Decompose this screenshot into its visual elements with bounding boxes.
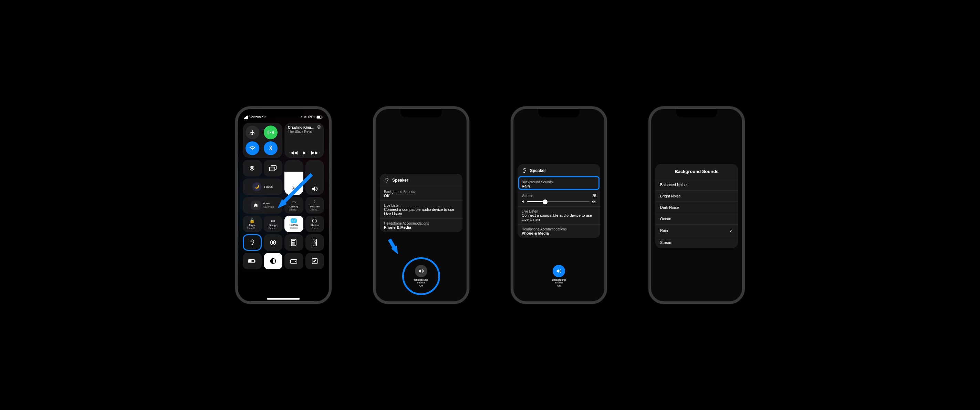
track-artist: The Black Keys — [288, 130, 321, 134]
svg-point-14 — [292, 242, 293, 243]
wifi-button[interactable] — [245, 141, 259, 155]
hearing-panel: Speaker Background Sounds Off Live Liste… — [380, 174, 463, 232]
output-device: Speaker — [392, 178, 408, 183]
headphone-accommodations-row[interactable]: Headphone Accommodations Phone & Media — [517, 224, 600, 238]
wifi-icon — [262, 116, 266, 119]
carrier-label: Verizon — [249, 115, 261, 119]
sound-option-stream[interactable]: Stream — [655, 237, 738, 248]
background-sounds-list: Background Sounds Balanced Noise Bright … — [655, 164, 738, 248]
ear-icon — [384, 177, 390, 183]
svg-point-17 — [292, 243, 293, 244]
remote-button[interactable] — [305, 234, 325, 251]
live-listen-row: Live Listen Connect a compatible audio d… — [517, 206, 600, 224]
quick-note-button[interactable] — [305, 253, 325, 269]
svg-point-4 — [270, 132, 271, 133]
svg-point-24 — [314, 240, 315, 241]
accessory-kitchen[interactable]: ◯KitchenCans — [305, 216, 325, 232]
sound-option-bright-noise[interactable]: Bright Noise — [655, 190, 738, 201]
svg-point-27 — [314, 243, 314, 244]
airplane-mode-button[interactable] — [245, 125, 259, 139]
background-sounds-row[interactable]: Background Sounds Off — [380, 187, 463, 201]
cellular-data-button[interactable] — [264, 125, 278, 139]
svg-point-11 — [272, 241, 274, 244]
sound-option-rain[interactable]: Rain✓ — [655, 224, 738, 237]
svg-point-36 — [295, 261, 296, 262]
previous-icon[interactable]: ◀◀ — [291, 150, 298, 155]
svg-rect-35 — [291, 260, 297, 263]
svg-rect-13 — [292, 240, 296, 241]
svg-rect-32 — [255, 260, 256, 262]
svg-point-26 — [315, 242, 316, 243]
annotation-circle — [402, 257, 440, 295]
play-icon[interactable]: ▶ — [303, 150, 306, 155]
svg-point-19 — [294, 243, 295, 244]
volume-slider[interactable] — [527, 201, 590, 202]
check-icon: ✓ — [729, 228, 733, 233]
headphone-accommodations-row[interactable]: Headphone Accommodations Phone & Media — [380, 218, 463, 232]
svg-point-18 — [293, 243, 294, 244]
volume-low-icon — [522, 200, 525, 203]
calculator-button[interactable] — [285, 234, 303, 251]
focus-label: Focus — [264, 185, 273, 188]
dark-mode-button[interactable] — [264, 253, 283, 269]
wallet-button[interactable] — [285, 253, 303, 269]
ear-icon — [522, 168, 527, 174]
svg-point-20 — [292, 244, 293, 245]
svg-rect-7 — [251, 167, 253, 169]
sound-option-ocean[interactable]: Ocean — [655, 213, 738, 224]
list-title: Background Sounds — [655, 164, 738, 179]
svg-point-16 — [294, 242, 295, 243]
svg-point-25 — [314, 242, 314, 243]
focus-icon: 🌙 — [252, 182, 261, 191]
hearing-panel: Speaker Background Sounds Rain Volume 25… — [517, 164, 600, 238]
annotation-arrow — [391, 245, 401, 256]
bluetooth-button[interactable] — [264, 141, 278, 155]
sound-option-dark-noise[interactable]: Dark Noise — [655, 201, 738, 213]
svg-rect-9 — [270, 167, 275, 171]
accessory-hallway[interactable]: 74°Hallwayecobee — [285, 216, 303, 232]
next-icon[interactable]: ▶▶ — [311, 150, 318, 155]
low-power-button[interactable] — [243, 253, 262, 269]
phone-hearing-off: Speaker Background Sounds Off Live Liste… — [373, 106, 469, 304]
phone-control-center: Verizon 69% Crawling King… The Black Key… — [235, 106, 332, 304]
svg-point-15 — [293, 242, 294, 243]
airplay-icon[interactable] — [317, 125, 321, 129]
background-sounds-toggle[interactable]: Background SoundsOn — [552, 265, 566, 288]
svg-point-29 — [314, 244, 314, 245]
home-indicator[interactable] — [267, 298, 300, 299]
screen-record-button[interactable] — [264, 234, 283, 251]
location-icon — [299, 116, 302, 119]
speaker-icon — [553, 265, 565, 277]
live-listen-row: Live Listen Connect a compatible audio d… — [380, 201, 463, 218]
svg-point-28 — [315, 243, 316, 244]
orientation-lock-button[interactable] — [243, 160, 262, 176]
svg-point-30 — [315, 244, 316, 245]
background-sounds-volume-row[interactable]: Volume 25 — [517, 191, 600, 206]
home-icon — [251, 201, 261, 210]
output-device: Speaker — [530, 168, 546, 173]
sound-option-balanced-noise[interactable]: Balanced Noise — [655, 179, 738, 190]
status-bar: Verizon 69% — [241, 112, 326, 121]
signal-icon — [244, 116, 248, 119]
accessory-bedroom[interactable]: ⌇BedroomCeiling… — [305, 197, 325, 214]
svg-point-21 — [293, 244, 294, 245]
accessory-foyer[interactable]: 🔒FoyerFront D… — [243, 216, 262, 232]
hearing-button[interactable] — [243, 234, 262, 251]
svg-rect-33 — [249, 260, 252, 262]
svg-point-22 — [294, 244, 295, 245]
now-playing-tile[interactable]: Crawling King… The Black Keys ◀◀ ▶ ▶▶ — [285, 123, 324, 158]
accessory-garage[interactable]: ▭GaragePerch… — [264, 216, 283, 232]
connectivity-group — [243, 123, 282, 158]
phone-sound-list: Background Sounds Balanced Noise Bright … — [648, 106, 745, 304]
track-title: Crawling King… — [288, 125, 321, 130]
alarm-icon — [304, 116, 307, 119]
svg-point-6 — [318, 126, 320, 128]
screen-mirroring-button[interactable] — [264, 160, 283, 176]
focus-button[interactable]: 🌙 Focus — [243, 179, 282, 195]
battery-percent: 69% — [308, 115, 315, 119]
volume-value: 25 — [592, 194, 596, 198]
battery-icon — [317, 116, 323, 119]
svg-rect-3 — [322, 116, 322, 118]
svg-rect-2 — [317, 116, 320, 118]
volume-high-icon — [592, 200, 596, 204]
